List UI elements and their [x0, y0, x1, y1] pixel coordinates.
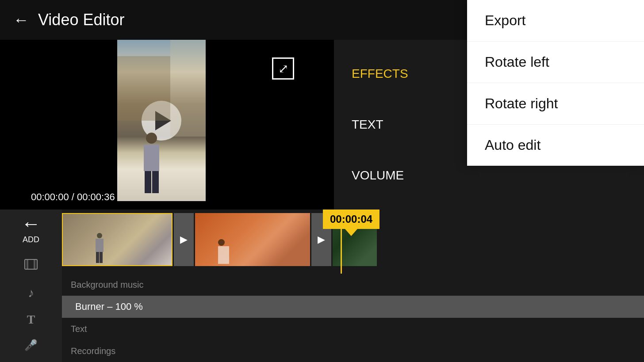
- clip-1[interactable]: [62, 213, 172, 266]
- time-badge-container: 00:00:04: [323, 210, 380, 236]
- expand-button[interactable]: [272, 57, 294, 80]
- video-time: 00:00:00 / 00:00:36: [31, 191, 115, 203]
- recordings-track-icon: 🎤: [24, 339, 38, 351]
- video-frame: [117, 40, 206, 201]
- auto-edit-menu-item[interactable]: Auto edit: [467, 125, 644, 166]
- time-badge: 00:00:04: [323, 210, 380, 229]
- status-text: Burner – 100 %: [75, 301, 143, 312]
- rotate-right-menu-item[interactable]: Rotate right: [467, 83, 644, 125]
- dropdown-menu: Export Rotate left Rotate right Auto edi…: [467, 0, 644, 166]
- export-menu-item[interactable]: Export: [467, 0, 644, 42]
- audio-track: Background music: [62, 274, 644, 296]
- rotate-left-menu-item[interactable]: Rotate left: [467, 42, 644, 83]
- video-track-icon: [24, 258, 38, 274]
- text-track-label: Text: [71, 324, 87, 334]
- svg-rect-2: [34, 259, 35, 269]
- video-preview: 00:00:00 / 00:00:36: [0, 40, 334, 210]
- text-track: Text: [62, 318, 644, 340]
- clip-delete-1[interactable]: ▶: [174, 213, 194, 266]
- timeline-tracks: 00:00:04: [62, 210, 644, 362]
- recordings-track: Recordings: [62, 340, 644, 362]
- track-icons: ♪ T 🎤: [24, 258, 38, 351]
- music-track-icon: ♪: [24, 286, 38, 300]
- video-track: 00:00:04: [62, 210, 644, 274]
- time-badge-arrow: [345, 229, 357, 236]
- svg-rect-1: [27, 259, 28, 269]
- timeline-left: ← ADD ♪ T 🎤: [0, 210, 62, 362]
- text-track-icon: T: [24, 312, 38, 327]
- recordings-label: Recordings: [71, 346, 115, 356]
- add-button[interactable]: ← ADD: [21, 214, 41, 244]
- add-plus-icon: ←: [21, 214, 41, 233]
- status-bar: Burner – 100 %: [62, 296, 644, 318]
- back-button[interactable]: ←: [13, 11, 29, 29]
- volume-button[interactable]: VOLUME: [352, 168, 626, 183]
- audio-label: Background music: [71, 280, 144, 290]
- clip-2[interactable]: [195, 213, 310, 266]
- timeline-section: ← ADD ♪ T 🎤: [0, 210, 644, 362]
- add-label: ADD: [23, 235, 39, 244]
